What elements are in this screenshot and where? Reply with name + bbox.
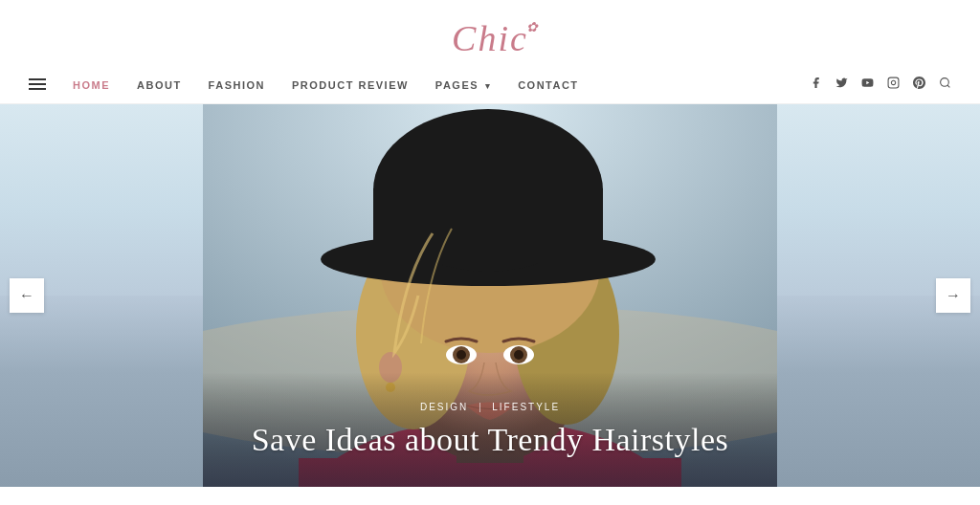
- hero-category-design[interactable]: DESIGN: [420, 402, 468, 412]
- instagram-icon[interactable]: [887, 77, 900, 93]
- nav-item-home[interactable]: HOME: [73, 76, 110, 93]
- nav-left: HOME ABOUT FASHION PRODUCT REVIEW PAGES …: [29, 76, 579, 93]
- hero-category-lifestyle[interactable]: LIFESTYLE: [492, 402, 560, 412]
- nav-item-pages[interactable]: PAGES ▾: [435, 76, 491, 93]
- svg-rect-1: [888, 77, 899, 88]
- arrow-right-icon: →: [946, 287, 961, 304]
- svg-point-19: [457, 350, 466, 360]
- hero-section: ← → DESIGN LIFESTYLE Save Ideas about Tr…: [0, 104, 980, 487]
- search-button[interactable]: [939, 77, 951, 92]
- hamburger-menu[interactable]: [29, 78, 46, 90]
- hero-categories: DESIGN LIFESTYLE: [0, 402, 980, 412]
- main-navbar: HOME ABOUT FASHION PRODUCT REVIEW PAGES …: [0, 65, 980, 103]
- youtube-icon[interactable]: [861, 77, 874, 93]
- arrow-left-icon: ←: [19, 287, 34, 304]
- svg-point-22: [514, 350, 523, 360]
- social-icons: [810, 77, 951, 93]
- svg-point-3: [941, 78, 949, 87]
- nav-item-about[interactable]: ABOUT: [137, 76, 182, 93]
- hero-prev-button[interactable]: ←: [10, 278, 44, 313]
- pages-dropdown-arrow: ▾: [485, 81, 492, 91]
- site-logo[interactable]: Chic: [452, 17, 528, 59]
- nav-item-fashion[interactable]: FASHION: [209, 76, 265, 93]
- nav-item-contact[interactable]: CONTACT: [518, 76, 578, 93]
- facebook-icon[interactable]: [810, 77, 822, 93]
- hero-next-button[interactable]: →: [936, 278, 970, 313]
- nav-item-product-review[interactable]: PRODUCT REVIEW: [292, 76, 409, 93]
- hero-overlay: DESIGN LIFESTYLE Save Ideas about Trendy…: [0, 402, 980, 458]
- category-divider: [479, 403, 480, 412]
- pinterest-icon[interactable]: [913, 77, 925, 93]
- site-header: Chic HOME ABOUT FASHION PRODUCT REVIEW: [0, 0, 980, 104]
- svg-rect-16: [373, 188, 603, 263]
- svg-line-4: [947, 85, 949, 87]
- hero-title: Save Ideas about Trendy Hairstyles: [0, 422, 980, 458]
- nav-links: HOME ABOUT FASHION PRODUCT REVIEW PAGES …: [73, 76, 579, 93]
- logo-area: Chic: [452, 10, 528, 65]
- twitter-icon[interactable]: [835, 77, 848, 93]
